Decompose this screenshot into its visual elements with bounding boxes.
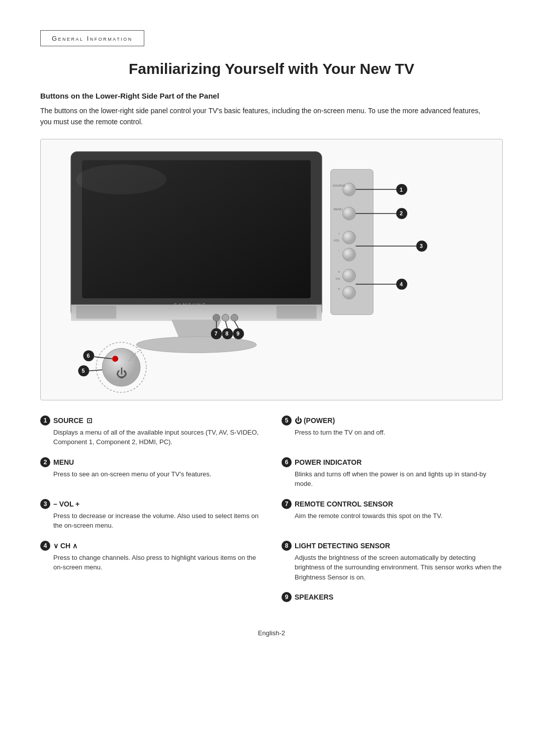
svg-rect-1	[82, 160, 310, 298]
desc-num-2: 2	[40, 457, 50, 467]
svg-text:+: +	[338, 232, 340, 235]
svg-point-52	[112, 356, 118, 362]
svg-text:2: 2	[400, 210, 403, 216]
desc-title-7: 7 REMOTE CONTROL SENSOR	[282, 499, 503, 509]
desc-title-1: 1 SOURCE ⊡	[40, 415, 261, 426]
header-box: General Information	[40, 30, 144, 46]
desc-label-5: ⏻ (POWER)	[295, 416, 335, 425]
page-footer: English-2	[40, 629, 503, 637]
desc-title-2: 2 MENU	[40, 457, 261, 467]
svg-text:−: −	[338, 249, 340, 252]
intro-text: The buttons on the lower-right side pane…	[40, 105, 493, 128]
desc-num-9: 9	[282, 592, 292, 602]
svg-line-56	[94, 357, 112, 359]
desc-item-3: 3 – VOL + Press to decrease or increase …	[40, 499, 261, 531]
svg-point-13	[342, 207, 355, 220]
svg-rect-10	[277, 306, 317, 319]
desc-item-5: 5 ⏻ (POWER) Press to turn the TV on and …	[282, 415, 503, 447]
desc-title-5: 5 ⏻ (POWER)	[282, 415, 503, 426]
svg-point-8	[136, 337, 256, 353]
svg-point-54	[83, 350, 94, 361]
svg-text:⏻: ⏻	[116, 367, 127, 380]
desc-label-8: LIGHT DETECTING SENSOR	[295, 542, 390, 550]
svg-point-51	[102, 348, 140, 386]
desc-num-5: 5	[282, 415, 292, 426]
section-label: General Information	[52, 35, 133, 42]
svg-point-40	[231, 314, 238, 321]
desc-item-1: 1 SOURCE ⊡ Displays a menu of all of the…	[40, 415, 261, 447]
svg-point-16	[342, 269, 355, 282]
desc-label-1: SOURCE	[53, 416, 83, 425]
svg-point-14	[342, 231, 355, 244]
desc-label-1-suffix: ⊡	[86, 416, 93, 425]
desc-item-8: 8 LIGHT DETECTING SENSOR Adjusts the bri…	[282, 541, 503, 582]
desc-num-1: 1	[40, 415, 50, 426]
tv-diagram-svg: SAMSUNG	[41, 139, 502, 400]
desc-title-8: 8 LIGHT DETECTING SENSOR	[282, 541, 503, 551]
svg-point-12	[342, 183, 355, 196]
desc-text-7: Aim the remote control towards this spot…	[282, 511, 503, 521]
svg-point-50	[96, 342, 146, 392]
svg-rect-2	[82, 160, 310, 298]
svg-text:9: 9	[236, 330, 239, 337]
svg-text:SAMSUNG: SAMSUNG	[174, 302, 207, 307]
desc-text-3: Press to decrease or increase the volume…	[40, 511, 261, 531]
svg-text:3: 3	[420, 243, 423, 249]
desc-text-8: Adjusts the brightness of the screen aut…	[282, 553, 503, 582]
svg-point-45	[233, 328, 244, 339]
svg-rect-5	[71, 305, 322, 321]
desc-title-9: 9 SPEAKERS	[282, 592, 503, 602]
svg-text:SOURCE: SOURCE	[333, 184, 346, 187]
desc-text-5: Press to turn the TV on and off.	[282, 428, 503, 438]
desc-num-7: 7	[282, 499, 292, 509]
svg-rect-11	[331, 170, 374, 315]
desc-title-3: 3 – VOL +	[40, 499, 261, 509]
desc-label-7: REMOTE CONTROL SENSOR	[295, 500, 393, 508]
desc-item-7: 7 REMOTE CONTROL SENSOR Aim the remote c…	[282, 499, 503, 531]
desc-num-3: 3	[40, 499, 50, 509]
desc-num-8: 8	[282, 541, 292, 551]
svg-text:MENU: MENU	[334, 208, 343, 211]
svg-line-59	[89, 370, 102, 371]
svg-text:5: 5	[81, 368, 84, 374]
desc-label-3: – VOL +	[53, 500, 79, 508]
svg-point-32	[416, 240, 427, 251]
svg-point-43	[222, 328, 233, 339]
tv-illustration: SAMSUNG	[40, 139, 503, 400]
desc-title-6: 6 POWER INDICATOR	[282, 457, 503, 467]
desc-item-4: 4 ∨ CH ∧ Press to change channels. Also …	[40, 541, 261, 582]
svg-point-57	[78, 365, 89, 376]
desc-label-6: POWER INDICATOR	[295, 458, 361, 466]
desc-text-6: Blinks and turns off when the power is o…	[282, 469, 503, 489]
svg-text:VOL: VOL	[334, 239, 340, 242]
desc-text-1: Displays a menu of all of the available …	[40, 428, 261, 447]
desc-item-2: 2 MENU Press to see an on-screen menu of…	[40, 457, 261, 489]
desc-label-4: ∨ CH ∧	[53, 542, 77, 550]
svg-point-41	[211, 328, 222, 339]
svg-line-48	[225, 321, 227, 328]
page-title: Familiarizing Yourself with Your New TV	[40, 60, 503, 77]
desc-text-2: Press to see an on-screen menu of your T…	[40, 469, 261, 479]
desc-label-9: SPEAKERS	[295, 593, 333, 601]
svg-rect-9	[76, 306, 117, 319]
svg-text:CH: CH	[336, 277, 340, 280]
svg-rect-6	[71, 305, 322, 321]
svg-text:1: 1	[400, 186, 403, 192]
svg-point-26	[396, 184, 407, 195]
svg-text:7: 7	[214, 330, 217, 337]
svg-text:∨: ∨	[338, 287, 340, 290]
svg-point-39	[222, 314, 229, 321]
desc-num-4: 4	[40, 541, 50, 551]
page-wrapper: General Information Familiarizing Yourse…	[0, 0, 543, 756]
svg-rect-0	[71, 152, 322, 317]
svg-marker-7	[171, 319, 222, 344]
footer-text: English-2	[258, 629, 285, 637]
svg-point-29	[396, 208, 407, 219]
desc-item-9: 9 SPEAKERS	[282, 592, 503, 604]
section-heading: Buttons on the Lower-Right Side Part of …	[40, 92, 503, 100]
svg-point-17	[342, 286, 355, 299]
svg-point-35	[396, 279, 407, 290]
svg-text:4: 4	[400, 281, 403, 287]
description-grid: 1 SOURCE ⊡ Displays a menu of all of the…	[40, 415, 503, 615]
desc-item-6: 6 POWER INDICATOR Blinks and turns off w…	[282, 457, 503, 489]
